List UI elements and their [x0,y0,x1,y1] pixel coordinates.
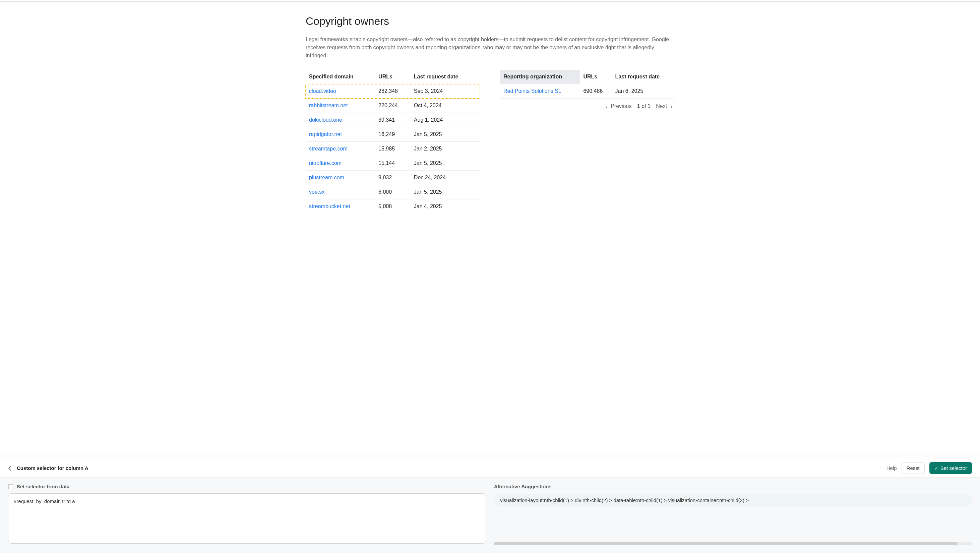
chevron-left-icon[interactable]: ‹ [605,103,607,109]
date-cell: Sep 3, 2024 [410,84,480,99]
page-description: Legal frameworks enable copyright owners… [305,35,675,60]
date-cell: Jan 5, 2025 [410,127,480,142]
page-title: Copyright owners [305,15,675,27]
date-cell: Oct 4, 2024 [410,99,480,113]
urls-cell: 15,144 [375,156,410,171]
org-header-org[interactable]: Reporting organization [500,70,580,84]
domain-link[interactable]: voe.sx [309,189,325,195]
date-cell: Jan 5, 2025 [410,156,480,171]
table-row: rapidgator.net 16,249 Jan 5, 2025 [305,127,480,142]
table-row: voe.sx 6,000 Jan 5, 2025 [305,185,480,199]
table-row: rabbitstream.net 220,244 Oct 4, 2024 [305,99,480,113]
next-button[interactable]: Next [656,103,667,109]
table-row: dokicloud.one 39,341 Aug 1, 2024 [305,113,480,127]
date-cell: Jan 5, 2025 [410,185,480,199]
domain-header-date[interactable]: Last request date [410,70,480,84]
urls-cell: 220,244 [375,99,410,113]
page-info: 1 of 1 [637,103,651,109]
table-row: cload.video 282,348 Sep 3, 2024 [305,84,480,99]
org-table-container: Reporting organization URLs Last request… [500,70,675,213]
domain-link[interactable]: nitroflare.com [309,160,342,166]
urls-cell: 6,000 [375,185,410,199]
domain-table-container: Specified domain URLs Last request date … [305,70,480,213]
date-cell: Jan 4, 2025 [410,199,480,214]
chevron-right-icon[interactable]: › [671,103,672,109]
date-cell: Jan 2, 2025 [410,142,480,156]
table-row: streamtape.com 15,985 Jan 2, 2025 [305,142,480,156]
domain-link[interactable]: streamtape.com [309,146,348,151]
table-row: nitroflare.com 15,144 Jan 5, 2025 [305,156,480,171]
urls-cell: 690,486 [580,84,612,99]
domain-link[interactable]: rapidgator.net [309,131,342,137]
table-row: Red Points Solutions SL 690,486 Jan 6, 2… [500,84,675,99]
org-link[interactable]: Red Points Solutions SL [503,88,562,94]
urls-cell: 9,032 [375,171,410,185]
date-cell: Jan 6, 2025 [612,84,675,99]
urls-cell: 15,985 [375,142,410,156]
domain-link[interactable]: plustream.com [309,175,344,180]
urls-cell: 39,341 [375,113,410,127]
org-header-date[interactable]: Last request date [612,70,675,84]
table-row: plustream.com 9,032 Dec 24, 2024 [305,171,480,185]
table-row: streambucket.net 5,008 Jan 4, 2025 [305,199,480,214]
domain-table: Specified domain URLs Last request date … [305,70,480,213]
date-cell: Aug 1, 2024 [410,113,480,127]
org-header-urls[interactable]: URLs [580,70,612,84]
domain-link[interactable]: rabbitstream.net [309,103,348,108]
urls-cell: 16,249 [375,127,410,142]
date-cell: Dec 24, 2024 [410,171,480,185]
urls-cell: 282,348 [375,84,410,99]
domain-link[interactable]: dokicloud.one [309,117,342,123]
previous-button[interactable]: Previous [611,103,632,109]
domain-link[interactable]: cload.video [309,88,336,94]
pagination: ‹ Previous 1 of 1 Next › [500,98,675,114]
domain-link[interactable]: streambucket.net [309,203,350,209]
domain-header-urls[interactable]: URLs [375,70,410,84]
urls-cell: 5,008 [375,199,410,214]
org-table: Reporting organization URLs Last request… [500,70,675,98]
domain-header-domain[interactable]: Specified domain [305,70,375,84]
